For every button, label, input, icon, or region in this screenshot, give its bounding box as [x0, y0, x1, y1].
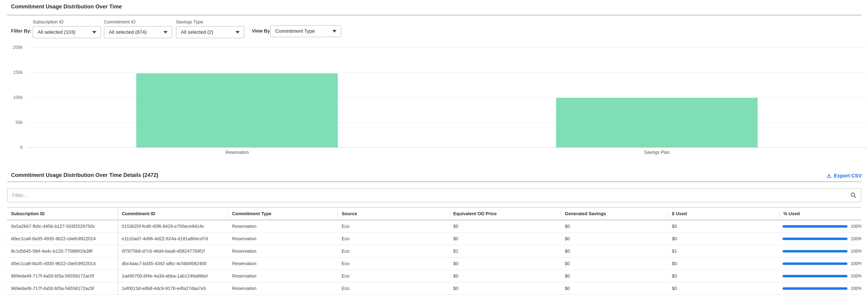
cell-equivalent-od-price: $0: [450, 286, 561, 291]
x-axis-label: Reservation: [27, 150, 447, 155]
dropdown-value: All selected (103): [38, 29, 75, 35]
view-by-group: Commitment Type: [270, 25, 341, 37]
column-header: Equivalent OD Price: [450, 208, 561, 219]
cell-generated-savings: $0: [561, 261, 668, 266]
cell-used-percent: 100%: [779, 261, 861, 266]
cell-equivalent-od-price: $0: [450, 273, 561, 279]
table-row: d0ec1ca8-8a35-4935-9622-cbefc9922014e111…: [7, 233, 861, 245]
cell-source: Eco: [338, 286, 450, 291]
filter-dropdown-label: Savings Type: [176, 19, 244, 25]
column-header: $ Used: [668, 208, 779, 219]
cell-commitment-id: dbc4aac7-bd35-4342-af6c-4c56b9582400: [118, 261, 228, 266]
table-row: 969eda49-717f-4a50-bf3a-56558172ac5f1ef0…: [7, 283, 861, 295]
cell-subscription-id: 969eda49-717f-4a50-bf3a-56558172ac5f: [7, 286, 118, 291]
dropdown-value: All selected (2): [181, 29, 213, 35]
usage-progress-bar: [782, 287, 847, 290]
cell-subscription-id: 969eda49-717f-4a50-bf3a-56558172ac5f: [7, 273, 118, 279]
cell-subscription-id: 0e5a2667-fb0c-4456-b127-503f2529750c: [7, 224, 118, 229]
chevron-down-icon: [332, 30, 337, 33]
used-percent-label: 100%: [851, 224, 861, 229]
cell-used-dollars: $0: [668, 224, 779, 229]
filter-dropdown-commitment-id[interactable]: All selected (874): [104, 26, 172, 38]
filter-group: Savings TypeAll selected (2): [176, 19, 244, 38]
page-title: Commitment Usage Distribution Over Time: [11, 3, 122, 10]
table-row: 8c1d5645-5fef-4a4c-b120-7708891fa38f0f78…: [7, 245, 861, 258]
cell-commitment-type: Reservation: [228, 224, 338, 229]
used-percent-label: 100%: [851, 273, 861, 279]
dropdown-value: All selected (874): [109, 29, 147, 35]
filter-dropdown-subscription-id[interactable]: All selected (103): [33, 26, 101, 38]
commitment-usage-bar-chart: 200k150k100k50k0ReservationSavings Plan: [27, 47, 867, 147]
cell-source: Eco: [338, 261, 450, 266]
cell-commitment-id: 0153025f-fcd8-45f6-9429-e705ece9414c: [118, 224, 228, 229]
cell-generated-savings: $0: [561, 224, 668, 229]
x-axis-label: Savings Plan: [447, 150, 867, 155]
search-icon: [850, 192, 857, 199]
column-divider: [118, 207, 118, 295]
cell-used-dollars: $0: [668, 286, 779, 291]
cell-used-dollars: $0: [668, 273, 779, 279]
cell-commitment-id: e1110ad7-4d96-4d22-824a-d181a80ecd7d: [118, 236, 228, 241]
cell-commitment-id: 1ad40700-6f4e-4a3d-abba-1ab1249a86bd: [118, 273, 228, 279]
table-body: 0e5a2667-fb0c-4456-b127-503f2529750c0153…: [7, 220, 861, 295]
section-divider: [7, 15, 861, 16]
download-icon: [826, 173, 832, 178]
bar-reservation[interactable]: [136, 73, 338, 147]
column-header: Generated Savings: [561, 208, 668, 219]
export-csv-button[interactable]: Export CSV: [826, 173, 862, 179]
column-header: Commitment Type: [228, 208, 338, 219]
y-axis-tick: 150k: [13, 70, 23, 75]
cell-commitment-type: Reservation: [228, 248, 338, 254]
cell-commitment-type: Reservation: [228, 286, 338, 291]
table-filter-input[interactable]: [7, 188, 861, 202]
used-percent-label: 100%: [851, 248, 861, 254]
cell-commitment-type: Reservation: [228, 236, 338, 241]
cell-commitment-type: Reservation: [228, 261, 338, 266]
section-divider: [7, 181, 861, 182]
cell-generated-savings: $0: [561, 286, 668, 291]
view-by-dropdown[interactable]: Commitment Type: [270, 25, 341, 37]
cell-equivalent-od-price: $0: [450, 261, 561, 266]
used-percent-label: 100%: [851, 236, 861, 241]
view-by-value: Commitment Type: [275, 28, 315, 34]
table-row: 0e5a2667-fb0c-4456-b127-503f2529750c0153…: [7, 220, 861, 233]
column-header: Commitment ID: [118, 208, 228, 219]
cell-source: Eco: [338, 224, 450, 229]
bar-savings-plan[interactable]: [556, 98, 757, 147]
cell-subscription-id: d0ec1ca8-8a35-4935-9622-cbefc9922014: [7, 261, 118, 266]
gridline: [27, 147, 867, 148]
usage-progress-bar: [782, 238, 847, 240]
chevron-down-icon: [236, 31, 240, 34]
column-header: % Used: [779, 208, 861, 219]
filter-dropdown-savings-type[interactable]: All selected (2): [176, 26, 244, 38]
column-header: Subscription ID: [7, 208, 118, 219]
export-csv-label: Export CSV: [834, 173, 862, 179]
filter-dropdown-label: Commitment ID: [104, 19, 172, 25]
cell-source: Eco: [338, 273, 450, 279]
cell-equivalent-od-price: $0: [450, 224, 561, 229]
cell-equivalent-od-price: $1: [450, 248, 561, 254]
details-title: Commitment Usage Distribution Over Time …: [11, 172, 158, 178]
filter-dropdown-label: Subscription ID: [33, 19, 101, 25]
chevron-down-icon: [163, 31, 167, 34]
cell-commitment-type: Reservation: [228, 273, 338, 279]
table-row: 969eda49-717f-4a50-bf3a-56558172ac5f1ad4…: [7, 270, 861, 283]
y-axis-tick: 100k: [13, 95, 23, 100]
cell-used-percent: 100%: [779, 248, 861, 254]
cell-subscription-id: d0ec1ca8-8a35-4935-9622-cbefc9922014: [7, 236, 118, 241]
used-percent-label: 100%: [851, 261, 861, 266]
details-table: Subscription IDCommitment IDCommitment T…: [7, 207, 861, 295]
usage-progress-bar: [782, 262, 847, 265]
chevron-down-icon: [92, 31, 96, 34]
used-percent-label: 100%: [851, 286, 861, 291]
table-filter: [7, 188, 861, 202]
filter-group: Subscription IDAll selected (103): [33, 19, 101, 38]
cell-source: Eco: [338, 236, 450, 241]
commitment-usage-page: Commitment Usage Distribution Over Time …: [0, 0, 868, 295]
cell-commitment-id: 1ef0013d-e8b8-4dc9-9178-e4fa27daa7e5: [118, 286, 228, 291]
cell-source: Eco: [338, 248, 450, 254]
column-header: Source: [338, 208, 450, 219]
cell-used-percent: 100%: [779, 236, 861, 241]
table-header-row: Subscription IDCommitment IDCommitment T…: [7, 207, 861, 220]
cell-equivalent-od-price: $0: [450, 236, 561, 241]
